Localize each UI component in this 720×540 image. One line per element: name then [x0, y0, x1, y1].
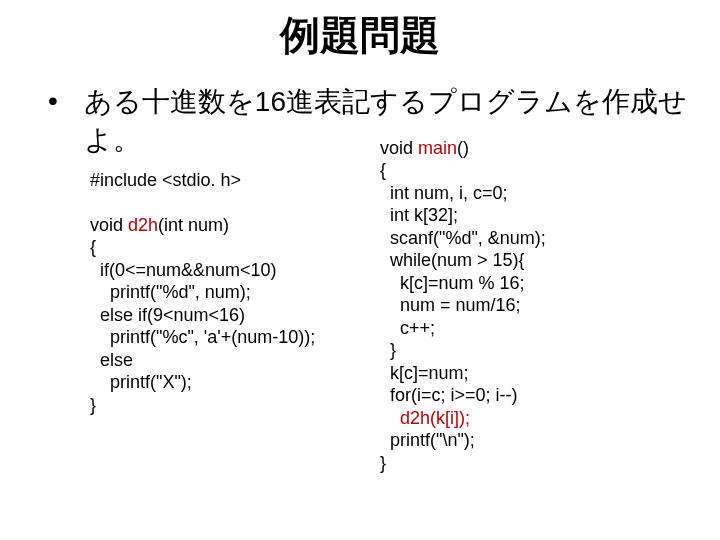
code-line: void main() [380, 138, 469, 158]
code-line: int k[32]; [380, 205, 458, 225]
code-line: printf("X"); [90, 372, 192, 392]
code-line: while(num > 15){ [380, 250, 525, 270]
code-line: #include <stdio. h> [90, 170, 241, 190]
code-left-column: #include <stdio. h> void d2h(int num) { … [90, 169, 380, 507]
code-line: k[c]=num; [380, 363, 469, 383]
code-block: #include <stdio. h> void d2h(int num) { … [90, 169, 720, 507]
code-line: } [90, 395, 96, 415]
code-line: void d2h(int num) [90, 215, 229, 235]
code-line: { [90, 237, 96, 257]
code-line: scanf("%d", &num); [380, 228, 546, 248]
bullet-marker: • [48, 83, 58, 119]
code-line: else if(9<num<16) [90, 305, 245, 325]
code-line: num = num/16; [380, 295, 521, 315]
code-line: printf("\n"); [380, 430, 475, 450]
code-line: d2h(k[i]); [380, 408, 470, 428]
code-line: for(i=c; i>=0; i--) [380, 385, 518, 405]
function-call: d2h(k[i]); [400, 408, 470, 428]
code-line: } [380, 453, 386, 473]
code-line: else [90, 350, 133, 370]
code-line: if(0<=num&&num<10) [90, 260, 277, 280]
code-line: int num, i, c=0; [380, 183, 508, 203]
slide-title: 例題問題 [0, 8, 720, 63]
code-line: printf("%c", 'a'+(num-10)); [90, 327, 315, 347]
function-name: d2h [128, 215, 158, 235]
code-line: c++; [380, 318, 435, 338]
slide: 例題問題 • ある十進数を16進表記するプログラムを作成せよ。 #include… [0, 8, 720, 540]
code-line: { [380, 160, 386, 180]
code-right-column: void main() { int num, i, c=0; int k[32]… [380, 137, 640, 475]
function-name: main [418, 138, 457, 158]
code-line: printf("%d", num); [90, 282, 251, 302]
code-line: } [380, 340, 396, 360]
code-line: k[c]=num % 16; [380, 273, 525, 293]
